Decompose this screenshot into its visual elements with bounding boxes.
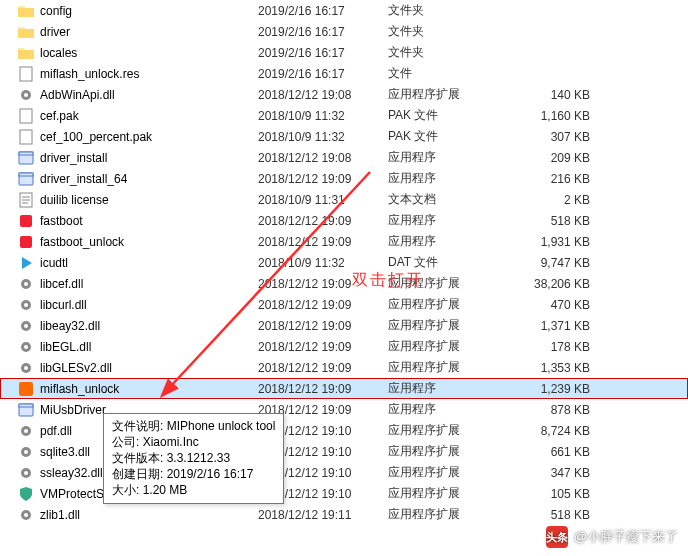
file-type: 应用程序 [388,401,508,418]
file-row[interactable]: miflash_unlock.res2019/2/16 16:17文件 [0,63,688,84]
dll-icon [18,276,34,292]
file-type: 应用程序扩展 [388,86,508,103]
file-name: pdf.dll [40,424,72,438]
svg-point-23 [24,282,28,286]
dll-icon [18,444,34,460]
file-row[interactable]: icudtl2018/10/9 11:32DAT 文件9,747 KB [0,252,688,273]
file-size: 878 KB [508,403,598,417]
file-row[interactable]: libEGL.dll2018/12/12 19:09应用程序扩展178 KB [0,336,688,357]
tooltip-line: 公司: Xiaomi.Inc [112,434,275,450]
svg-rect-32 [19,382,33,396]
svg-point-29 [24,345,28,349]
file-row[interactable]: fastboot_unlock2018/12/12 19:09应用程序1,931… [0,231,688,252]
file-name: sqlite3.dll [40,445,90,459]
file-row[interactable]: cef.pak2018/10/9 11:32PAK 文件1,160 KB [0,105,688,126]
file-row[interactable]: driver_install2018/12/12 19:08应用程序209 KB [0,147,688,168]
svg-point-40 [24,471,28,475]
file-size: 1,160 KB [508,109,598,123]
file-size: 661 KB [508,445,598,459]
file-name: driver [40,25,70,39]
dll-icon [18,465,34,481]
app-icon [18,402,34,418]
file-row[interactable]: libcef.dll2018/12/12 19:09应用程序扩展38,206 K… [0,273,688,294]
file-type: 应用程序扩展 [388,296,508,313]
file-name: config [40,4,72,18]
file-name: fastboot_unlock [40,235,124,249]
dll-icon [18,339,34,355]
file-name: duilib license [40,193,109,207]
file-date: 2019/2/16 16:17 [258,4,388,18]
file-type: 应用程序 [388,380,508,397]
file-name: cef.pak [40,109,79,123]
file-date: 2018/12/12 19:09 [258,172,388,186]
file-type: 文件夹 [388,23,508,40]
file-type: 应用程序扩展 [388,485,508,502]
play-icon [18,255,34,271]
dll-icon [18,360,34,376]
file-date: 2019/2/16 16:17 [258,25,388,39]
shield-icon [18,486,34,502]
svg-rect-19 [20,215,32,227]
svg-point-8 [24,93,28,97]
fastboot-icon [18,213,34,229]
tooltip-line: 创建日期: 2019/2/16 16:17 [112,466,275,482]
watermark-badge: 头条 [546,526,568,548]
tooltip-line: 文件版本: 3.3.1212.33 [112,450,275,466]
file-row[interactable]: fastboot2018/12/12 19:09应用程序518 KB [0,210,688,231]
svg-point-42 [24,513,28,517]
file-size: 216 KB [508,172,598,186]
file-size: 307 KB [508,130,598,144]
svg-rect-20 [20,236,32,248]
file-size: 1,239 KB [508,382,598,396]
file-size: 1,371 KB [508,319,598,333]
svg-marker-21 [22,257,32,269]
file-date: 2018/12/12 19:08 [258,151,388,165]
file-type: 文本文档 [388,191,508,208]
svg-point-25 [24,303,28,307]
file-row[interactable]: libGLESv2.dll2018/12/12 19:09应用程序扩展1,353… [0,357,688,378]
file-row[interactable]: zlib1.dll2018/12/12 19:11应用程序扩展518 KB [0,504,688,525]
file-date: 2018/10/9 11:32 [258,256,388,270]
file-type: 应用程序扩展 [388,443,508,460]
file-type: 应用程序扩展 [388,422,508,439]
file-date: 2018/10/9 11:32 [258,130,388,144]
file-row[interactable]: libeay32.dll2018/12/12 19:09应用程序扩展1,371 … [0,315,688,336]
mi-icon [18,381,34,397]
file-name: ssleay32.dll [40,466,103,480]
file-date: 2018/12/12 19:09 [258,382,388,396]
file-name: cef_100_percent.pak [40,130,152,144]
file-size: 470 KB [508,298,598,312]
annotation-text: 双击打开 [352,270,424,291]
file-size: 178 KB [508,340,598,354]
file-row[interactable]: driver2019/2/16 16:17文件夹 [0,21,688,42]
file-row[interactable]: AdbWinApi.dll2018/12/12 19:08应用程序扩展140 K… [0,84,688,105]
file-row[interactable]: cef_100_percent.pak2018/10/9 11:32PAK 文件… [0,126,688,147]
file-name: locales [40,46,77,60]
file-type: PAK 文件 [388,107,508,124]
file-row[interactable]: miflash_unlock2018/12/12 19:09应用程序1,239 … [0,378,688,399]
file-type: 应用程序扩展 [388,506,508,523]
file-size: 105 KB [508,487,598,501]
svg-rect-14 [19,173,33,176]
file-date: 2018/12/12 19:09 [258,319,388,333]
file-row[interactable]: duilib license2018/10/9 11:31文本文档2 KB [0,189,688,210]
file-type: PAK 文件 [388,128,508,145]
file-name: icudtl [40,256,68,270]
file-size: 2 KB [508,193,598,207]
dll-icon [18,507,34,523]
file-name: driver_install [40,151,107,165]
svg-point-38 [24,450,28,454]
app-icon [18,171,34,187]
file-row[interactable]: libcurl.dll2018/12/12 19:09应用程序扩展470 KB [0,294,688,315]
file-row[interactable]: locales2019/2/16 16:17文件夹 [0,42,688,63]
file-date: 2019/2/16 16:17 [258,46,388,60]
svg-point-27 [24,324,28,328]
file-row[interactable]: driver_install_642018/12/12 19:09应用程序216… [0,168,688,189]
file-type: 应用程序扩展 [388,338,508,355]
file-icon [18,129,34,145]
file-date: 2018/12/12 19:09 [258,340,388,354]
file-row[interactable]: config2019/2/16 16:17文件夹 [0,0,688,21]
watermark: 头条 @小胖子瘦下来了 [546,526,678,548]
svg-rect-34 [19,404,33,407]
file-name: libcurl.dll [40,298,87,312]
